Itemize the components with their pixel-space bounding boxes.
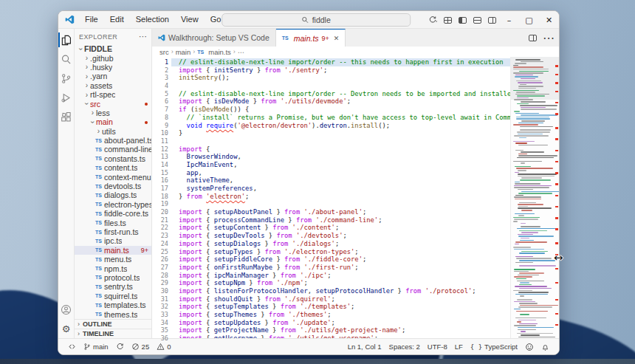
tree-item-fiddle-core-ts[interactable]: TSfiddle-core.ts bbox=[75, 209, 151, 218]
command-center-search[interactable]: fiddle bbox=[222, 13, 411, 27]
line-numbers: 1234567891011121314151617181920212223242… bbox=[152, 57, 171, 338]
breadcrumb-item[interactable]: main bbox=[176, 48, 191, 56]
typescript-file-icon: TS bbox=[95, 156, 102, 161]
extensions-icon[interactable] bbox=[58, 107, 75, 126]
explorer-icon[interactable] bbox=[58, 30, 75, 49]
maximize-button[interactable]: ▢ bbox=[519, 11, 539, 29]
editor-more-actions-icon[interactable]: ⋯ bbox=[543, 31, 555, 45]
tree-item-label: command-line.ts bbox=[104, 145, 151, 154]
tree-item-label: .github bbox=[90, 54, 114, 63]
tree-item-label: about-panel.ts bbox=[104, 136, 151, 145]
tree-item-FIDDLE[interactable]: ›FIDDLE bbox=[75, 44, 151, 53]
minimize-button[interactable]: – bbox=[499, 11, 519, 29]
tree-item-rtl-spec[interactable]: ›rtl-spec bbox=[75, 90, 151, 99]
tree-item-label: themes.ts bbox=[104, 310, 138, 319]
search-icon[interactable] bbox=[58, 49, 75, 69]
tree-item-label: ipc.ts bbox=[104, 236, 123, 245]
tree-item-first-run-ts[interactable]: TSfirst-run.ts bbox=[75, 227, 151, 236]
line-number: 25 bbox=[152, 248, 171, 256]
breadcrumb-item[interactable]: ⋯ bbox=[238, 48, 245, 56]
views-more-actions-icon[interactable]: ⋯ bbox=[139, 32, 147, 41]
tree-item-protocol-ts[interactable]: TSprotocol.ts bbox=[75, 273, 151, 282]
source-control-icon[interactable] bbox=[58, 69, 75, 88]
toggle-sidebar-icon[interactable] bbox=[455, 13, 470, 27]
status-feedback[interactable] bbox=[521, 343, 538, 351]
status-remote[interactable] bbox=[64, 343, 80, 351]
status-ln-1--col-1[interactable]: Ln 1, Col 1 bbox=[344, 343, 385, 351]
toggle-secondary-sidebar-icon[interactable] bbox=[484, 13, 499, 27]
code-lines[interactable]: // eslint-disable-next-line import/order… bbox=[171, 57, 510, 338]
status-sync[interactable] bbox=[112, 343, 128, 351]
section-outline[interactable]: ›OUTLINE bbox=[75, 319, 151, 329]
tree-item-less[interactable]: ›less bbox=[75, 109, 151, 117]
run-debug-icon[interactable] bbox=[58, 88, 75, 107]
tree-item-assets[interactable]: ›assets bbox=[75, 81, 151, 90]
tab-close-icon[interactable]: ✕ bbox=[334, 35, 340, 42]
status-spaces--2[interactable]: Spaces: 2 bbox=[385, 343, 424, 351]
accounts-icon[interactable] bbox=[58, 300, 75, 319]
code-editor[interactable]: 1234567891011121314151617181920212223242… bbox=[152, 57, 559, 338]
tree-item-main[interactable]: ›main bbox=[75, 117, 151, 126]
typescript-file-icon: TS bbox=[95, 238, 102, 244]
status-warning[interactable]: 0 bbox=[153, 343, 174, 351]
tree-item-themes-ts[interactable]: TSthemes.ts bbox=[75, 309, 151, 318]
search-icon bbox=[302, 16, 309, 24]
menu-item-view[interactable]: View bbox=[176, 13, 204, 26]
status-branch[interactable]: main bbox=[80, 343, 112, 351]
code-line: if (isDevMode()) { bbox=[179, 106, 510, 114]
sync-changes-icon[interactable] bbox=[425, 13, 440, 27]
toggle-panel-icon[interactable] bbox=[470, 13, 484, 27]
breadcrumb-item[interactable]: main.ts bbox=[208, 48, 231, 56]
tree-item-command-line-ts[interactable]: TScommand-line.ts bbox=[75, 145, 151, 154]
tree-item-templates-ts[interactable]: TStemplates.ts bbox=[75, 301, 151, 309]
customize-layout-icon[interactable] bbox=[440, 13, 455, 27]
status-lf[interactable]: LF bbox=[451, 343, 467, 351]
line-number: 2 bbox=[152, 66, 171, 75]
tree-item-ipc-ts[interactable]: TSipc.ts bbox=[75, 236, 151, 245]
settings-icon[interactable]: ⚙ bbox=[58, 319, 75, 338]
menu-item-file[interactable]: File bbox=[80, 13, 103, 26]
section-timeline[interactable]: ›TIMELINE bbox=[75, 329, 151, 338]
line-number: 20 bbox=[152, 208, 171, 216]
tree-item-electron-types-ts[interactable]: TSelectron-types.ts bbox=[75, 200, 151, 209]
tree-item-npm-ts[interactable]: TSnpm.ts bbox=[75, 264, 151, 272]
tree-item-squirrel-ts[interactable]: TSsquirrel.ts bbox=[75, 292, 151, 301]
tree-item-dialogs-ts[interactable]: TSdialogs.ts bbox=[75, 190, 151, 199]
tab-walkthrough--setup-vs-code[interactable]: Walkthrough: Setup VS Code bbox=[152, 29, 276, 47]
menu-item-selection[interactable]: Selection bbox=[131, 13, 174, 26]
tree-item-main-ts[interactable]: TSmain.ts9+ bbox=[75, 246, 151, 255]
status-bell[interactable] bbox=[538, 343, 553, 351]
tree-item-content-ts[interactable]: TScontent.ts bbox=[75, 163, 151, 172]
chevron-right-icon: › bbox=[75, 330, 83, 337]
close-button[interactable]: ✕ bbox=[539, 11, 559, 29]
tree-item-constants-ts[interactable]: TSconstants.ts bbox=[75, 154, 151, 163]
code-line: import { initSentry } from './sentry'; bbox=[179, 66, 510, 75]
tree-item--husky[interactable]: ›.husky bbox=[75, 63, 151, 72]
breadcrumb-separator-icon: › bbox=[233, 48, 236, 55]
code-line: import { getProjectName } from './utils/… bbox=[179, 326, 510, 334]
tree-item-label: assets bbox=[90, 81, 112, 90]
status-label: Spaces: 2 bbox=[389, 343, 420, 351]
tree-item--github[interactable]: ›.github bbox=[75, 53, 151, 62]
line-number: 8 bbox=[152, 114, 171, 122]
code-line: import { setupAboutPanel } from './about… bbox=[179, 208, 510, 216]
status-braces[interactable]: { }TypeScript bbox=[467, 343, 521, 351]
tree-item-files-ts[interactable]: TSfiles.ts bbox=[75, 218, 151, 227]
tree-item-context-menu-ts[interactable]: TScontext-menu.ts bbox=[75, 172, 151, 181]
tree-item-utils[interactable]: ›utils bbox=[75, 127, 151, 136]
tree-item-about-panel-ts[interactable]: TSabout-panel.ts bbox=[75, 136, 151, 145]
status-error[interactable]: 25 bbox=[128, 343, 154, 351]
tree-item-src[interactable]: ›src bbox=[75, 99, 151, 108]
tab-main-ts[interactable]: TSmain.ts9+✕ bbox=[276, 29, 346, 47]
split-editor-icon[interactable] bbox=[529, 35, 537, 41]
tree-item--yarn[interactable]: ›.yarn bbox=[75, 72, 151, 80]
menu-item-edit[interactable]: Edit bbox=[105, 13, 129, 26]
status-utf-8[interactable]: UTF-8 bbox=[424, 343, 451, 351]
minimap[interactable] bbox=[510, 57, 559, 338]
tree-item-menu-ts[interactable]: TSmenu.ts bbox=[75, 255, 151, 264]
typescript-file-icon: TS bbox=[95, 247, 102, 253]
tree-item-devtools-ts[interactable]: TSdevtools.ts bbox=[75, 182, 151, 190]
breadcrumb-item[interactable]: src bbox=[159, 48, 169, 56]
titlebar[interactable]: FileEditSelectionViewGo⋯ ← → fiddle – ▢ … bbox=[58, 11, 559, 29]
tree-item-sentry-ts[interactable]: TSsentry.ts bbox=[75, 282, 151, 291]
